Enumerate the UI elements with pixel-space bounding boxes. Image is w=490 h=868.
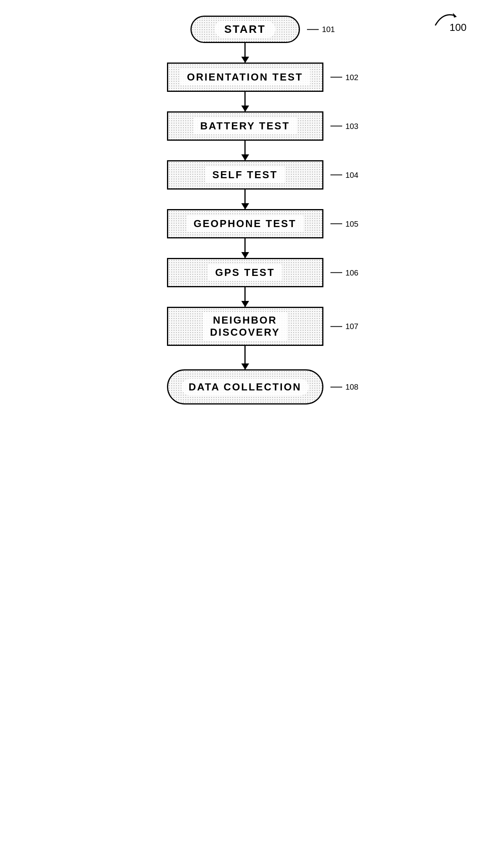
geophone-test-node: GEOPHONE TEST — [167, 209, 323, 238]
ref-101: 101 — [307, 25, 335, 34]
geophone-test-label: GEOPHONE TEST — [187, 215, 303, 232]
arrow-1 — [244, 43, 246, 63]
neighbor-discovery-node: NEIGHBOR DISCOVERY — [167, 307, 323, 346]
start-label: START — [215, 21, 275, 38]
battery-test-label: BATTERY TEST — [193, 118, 297, 134]
arrow-4 — [244, 190, 246, 209]
arrow-3 — [244, 141, 246, 160]
arrow-6 — [244, 287, 246, 307]
ref-107: 107 — [330, 322, 358, 331]
start-node: START — [190, 16, 300, 43]
ref-108: 108 — [330, 383, 358, 392]
ref-104: 104 — [330, 170, 358, 179]
battery-test-node: BATTERY TEST — [167, 111, 323, 141]
arrow-5 — [244, 238, 246, 258]
ref-103: 103 — [330, 122, 358, 131]
orientation-test-label: ORIENTATION TEST — [180, 69, 310, 86]
ref-106: 106 — [330, 268, 358, 277]
self-test-node: SELF TEST — [167, 160, 323, 190]
arrow-7 — [244, 346, 246, 369]
data-collection-label: DATA COLLECTION — [181, 379, 309, 396]
data-collection-node: DATA COLLECTION — [167, 369, 323, 404]
neighbor-discovery-label: NEIGHBOR DISCOVERY — [203, 312, 287, 341]
svg-marker-0 — [453, 13, 457, 18]
ref-102: 102 — [330, 73, 358, 82]
figure-label: 100 — [450, 21, 467, 34]
orientation-test-node: ORIENTATION TEST — [167, 63, 323, 92]
self-test-label: SELF TEST — [205, 166, 285, 183]
arrow-2 — [244, 92, 246, 111]
ref-105: 105 — [330, 219, 358, 228]
gps-test-node: GPS TEST — [167, 258, 323, 287]
gps-test-label: GPS TEST — [208, 264, 282, 281]
